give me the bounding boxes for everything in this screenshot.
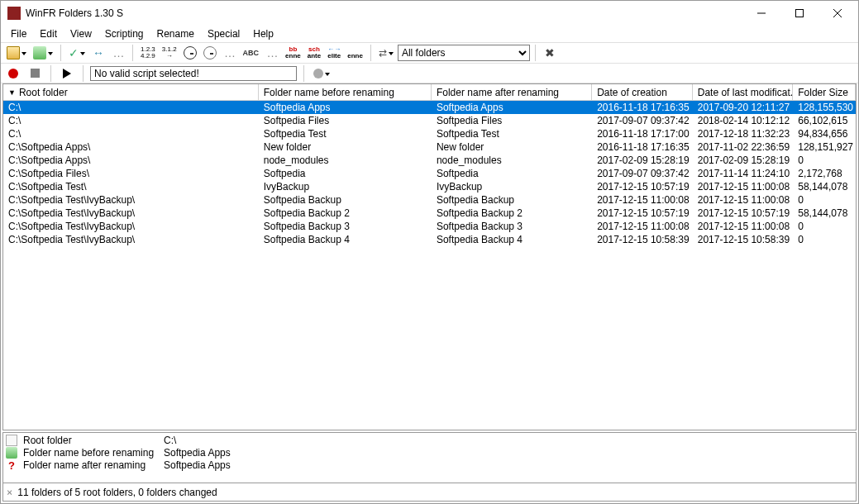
help-icon[interactable]: ? bbox=[6, 459, 17, 471]
menu-special[interactable]: Special bbox=[201, 26, 246, 41]
detail-label-root: Root folder bbox=[23, 435, 164, 447]
minimize-button[interactable] bbox=[742, 1, 780, 26]
table-cell: 2017-02-09 15:28:19 bbox=[592, 154, 693, 167]
table-cell: node_modules bbox=[432, 154, 592, 167]
swap-button[interactable]: ↔ bbox=[89, 44, 107, 62]
table-cell: 128,151,927 bbox=[793, 140, 856, 154]
table-cell: C:\ bbox=[3, 114, 259, 127]
col-modified[interactable]: Date of last modificat... bbox=[693, 84, 794, 100]
menu-file[interactable]: File bbox=[4, 26, 33, 41]
enne-button[interactable]: enne bbox=[345, 44, 365, 62]
bb-enne-button[interactable]: bbenne bbox=[283, 44, 303, 62]
table-body[interactable]: C:\Softpedia AppsSoftpedia Apps2016-11-1… bbox=[3, 101, 856, 430]
table-cell: 128,155,530 bbox=[793, 101, 856, 114]
table-cell: 2016-11-18 17:16:35 bbox=[592, 101, 693, 114]
check-button[interactable]: ✓ bbox=[66, 44, 88, 62]
sch-icon: schante bbox=[308, 46, 321, 59]
stop-icon bbox=[31, 69, 40, 78]
table-cell: Softpedia Backup 4 bbox=[259, 233, 432, 246]
table-cell: 0 bbox=[793, 154, 856, 167]
table-row[interactable]: C:\Softpedia FilesSoftpedia Files2017-09… bbox=[3, 114, 856, 127]
table-cell: Softpedia Backup 4 bbox=[432, 233, 592, 246]
menu-help[interactable]: Help bbox=[246, 26, 280, 41]
dots-icon: … bbox=[224, 46, 235, 59]
menu-rename[interactable]: Rename bbox=[150, 26, 201, 41]
sort-icon: ▼ bbox=[8, 88, 16, 97]
menu-scripting[interactable]: Scripting bbox=[98, 26, 150, 41]
dots2-button[interactable]: … bbox=[221, 44, 239, 62]
dots3-button[interactable]: … bbox=[263, 44, 281, 62]
clock1-button[interactable] bbox=[181, 44, 199, 62]
table-row[interactable]: C:\Softpedia Test\IvyBackup\Softpedia Ba… bbox=[3, 220, 856, 233]
menu-edit[interactable]: Edit bbox=[33, 26, 64, 41]
stop-button[interactable] bbox=[26, 64, 44, 83]
table-cell: 2017-02-09 15:28:19 bbox=[693, 154, 794, 167]
col-root-folder[interactable]: ▼Root folder bbox=[3, 84, 259, 100]
number-mode-button[interactable]: 1.2.34.2.9 bbox=[138, 44, 158, 62]
refresh-detail-icon[interactable] bbox=[6, 447, 17, 459]
dots-button[interactable]: … bbox=[109, 44, 127, 62]
table-row[interactable]: C:\Softpedia Test\IvyBackup\Softpedia Ba… bbox=[3, 193, 856, 207]
table-cell: Softpedia Files bbox=[259, 114, 432, 127]
table-row[interactable]: C:\Softpedia Apps\New folderNew folder20… bbox=[3, 140, 856, 154]
renumber-mode-button[interactable]: 3.1.2→ bbox=[160, 44, 179, 62]
table-cell: 2017-12-15 10:58:39 bbox=[693, 233, 794, 246]
col-created[interactable]: Date of creation bbox=[592, 84, 693, 100]
gray-dot-button[interactable] bbox=[311, 64, 332, 83]
elite-button[interactable]: ←→elite bbox=[325, 44, 343, 62]
separator bbox=[370, 45, 371, 61]
check-icon: ✓ bbox=[69, 47, 79, 59]
script-status-box[interactable]: No valid script selected! bbox=[90, 66, 297, 81]
tools-button[interactable]: ✖ bbox=[541, 44, 559, 62]
title-bar: WinFR Folders 1.30 S bbox=[1, 1, 858, 26]
table-cell: 94,834,656 bbox=[793, 127, 856, 140]
table-cell: node_modules bbox=[259, 154, 432, 167]
table-row[interactable]: C:\Softpedia AppsSoftpedia Apps2016-11-1… bbox=[3, 101, 856, 114]
folder-filter-select[interactable]: All folders bbox=[398, 45, 530, 61]
window-title: WinFR Folders 1.30 S bbox=[26, 7, 742, 19]
table-row[interactable]: C:\Softpedia Test\IvyBackup\Softpedia Ba… bbox=[3, 207, 856, 220]
table-cell: Softpedia Backup 3 bbox=[432, 220, 592, 233]
close-button[interactable] bbox=[818, 1, 857, 26]
record-button[interactable] bbox=[4, 64, 22, 83]
abc-button[interactable]: ABC bbox=[241, 44, 262, 62]
menu-view[interactable]: View bbox=[64, 26, 98, 41]
col-before[interactable]: Folder name before renaming bbox=[259, 84, 432, 100]
table-cell: Softpedia Backup 2 bbox=[259, 207, 432, 220]
detail-label-before: Folder name before renaming bbox=[23, 447, 164, 459]
table-row[interactable]: C:\Softpedia Files\SoftpediaSoftpedia201… bbox=[3, 167, 856, 180]
swap-icon: ↔ bbox=[93, 46, 104, 59]
record-icon bbox=[8, 69, 18, 78]
refresh-button[interactable] bbox=[31, 44, 55, 62]
table-row[interactable]: C:\Softpedia Test\IvyBackupIvyBackup2017… bbox=[3, 180, 856, 193]
app-icon bbox=[7, 7, 21, 20]
doc-icon[interactable] bbox=[6, 435, 17, 446]
arrows-button[interactable]: ⇄ bbox=[376, 44, 396, 62]
table-row[interactable]: C:\Softpedia TestSoftpedia Test2016-11-1… bbox=[3, 127, 856, 140]
table-cell: 2017-12-18 11:32:23 bbox=[693, 127, 794, 140]
col-size[interactable]: Folder Size bbox=[793, 84, 856, 100]
detail-label-after: Folder name after renaming bbox=[23, 459, 164, 472]
table-cell: Softpedia Backup 3 bbox=[259, 220, 432, 233]
table-cell: 2016-11-18 17:17:00 bbox=[592, 127, 693, 140]
clock2-button[interactable] bbox=[201, 44, 219, 62]
open-folder-button[interactable] bbox=[4, 44, 29, 62]
table-cell: C:\Softpedia Test\ bbox=[3, 180, 259, 193]
table-row[interactable]: C:\Softpedia Apps\node_modulesnode_modul… bbox=[3, 154, 856, 167]
table-cell: 2017-12-15 11:00:08 bbox=[693, 180, 794, 193]
table-cell: C:\Softpedia Test\IvyBackup\ bbox=[3, 220, 259, 233]
table-cell: 2017-09-07 09:37:42 bbox=[592, 167, 693, 180]
table-cell: 0 bbox=[793, 220, 856, 233]
table-row[interactable]: C:\Softpedia Test\IvyBackup\Softpedia Ba… bbox=[3, 233, 856, 246]
table-cell: Softpedia Test bbox=[432, 127, 592, 140]
table-cell: 58,144,078 bbox=[793, 180, 856, 193]
maximize-button[interactable] bbox=[780, 1, 818, 26]
status-close-icon[interactable]: × bbox=[7, 487, 12, 498]
play-button[interactable] bbox=[58, 64, 76, 83]
col-after[interactable]: Folder name after renaming bbox=[432, 84, 592, 100]
table-cell: C:\Softpedia Test\IvyBackup\ bbox=[3, 233, 259, 246]
sch-ante-button[interactable]: schante bbox=[305, 44, 323, 62]
table-cell: Softpedia Apps bbox=[259, 101, 432, 114]
detail-val-after: Softpedia Apps bbox=[164, 459, 231, 472]
separator bbox=[132, 45, 133, 61]
